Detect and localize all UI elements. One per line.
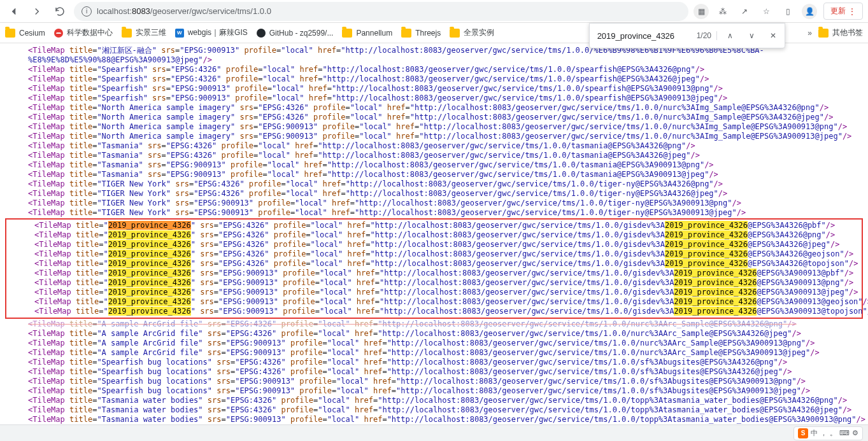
xml-line: <TileMap title="Spearfish bug locations"… [0, 386, 868, 396]
ime-panel[interactable]: S 中，。⌨⚙ [793, 426, 863, 440]
other-bookmarks[interactable]: 其他书签 [818, 27, 863, 38]
xml-line: <TileMap title="Spearfish bug locations"… [0, 358, 868, 367]
xml-line-highlighted: <TileMap title="2019_province_4326" srs=… [6, 221, 862, 230]
bookmarks-overflow[interactable]: » [808, 29, 812, 38]
xml-line: <TileMap title="Spearfish bug locations"… [0, 367, 868, 377]
find-count: 1/20 [697, 31, 717, 40]
find-input[interactable] [597, 31, 693, 41]
xml-line: <TileMap title="Spearfish" srs="EPSG:432… [0, 65, 868, 74]
xml-line: <TileMap title="TIGER New York" srs="EPS… [0, 199, 868, 208]
status-bar: S 中，。⌨⚙ [0, 424, 868, 439]
xml-line: <TileMap title="North America sample ima… [0, 103, 868, 113]
xml-line: <TileMap title="Tasmania" srs="EPSG:4326… [0, 151, 868, 160]
highlighted-block: <TileMap title="2019_province_4326" srs=… [5, 218, 863, 319]
translate-icon[interactable]: ⁂ [715, 4, 730, 19]
xml-line: <TileMap title="湘江新区-融合" srs="EPSG:90091… [0, 46, 868, 65]
xml-line: <TileMap title="A sample ArcGrid file" s… [0, 348, 868, 358]
xml-line: <TileMap title="Tasmania" srs="EPSG:4326… [0, 141, 868, 151]
xml-line: <TileMap title="TIGER New York" srs="EPS… [0, 179, 868, 189]
xml-line: <TileMap title="Tasmania water bodies" s… [0, 396, 868, 405]
xml-line: <TileMap title="North America sample ima… [0, 122, 868, 132]
xml-line-highlighted: <TileMap title="2019_province_4326" srs=… [6, 240, 862, 249]
find-prev-button[interactable]: ∧ [721, 27, 739, 45]
xml-line: <TileMap title="Tasmania" srs="EPSG:9009… [0, 160, 868, 170]
xml-line-highlighted: <TileMap title="2019_province_4326" srs=… [6, 307, 862, 316]
xml-line-highlighted: <TileMap title="2019_province_4326" srs=… [6, 249, 862, 259]
xml-content: <TileMap title="湘江新区-融合" srs="EPSG:90091… [0, 43, 868, 439]
xml-line: <TileMap title="A sample ArcGrid file" s… [0, 329, 868, 339]
panel-icon[interactable]: ▯ [780, 4, 795, 19]
xml-line: <TileMap title="Spearfish" srs="EPSG:432… [0, 74, 868, 84]
find-next-button[interactable]: ∨ [743, 27, 760, 45]
qr-icon[interactable]: ▦ [694, 4, 709, 19]
address-bar[interactable]: i localhost:8083/geoserver/gwc/service/t… [74, 2, 688, 21]
bookmark-item[interactable]: Wwebgis｜麻辣GIS [175, 27, 248, 38]
bookmark-item[interactable]: 全景实例 [450, 27, 494, 38]
forward-button[interactable] [28, 3, 46, 20]
bookmark-item[interactable]: Cesium [5, 29, 45, 38]
bookmarks-bar: Cesium科学数据中心实景三维Wwebgis｜麻辣GISGitHub - zq… [0, 23, 868, 43]
url-text: localhost:8083/geoserver/gwc/service/tms… [97, 6, 271, 16]
reload-button[interactable] [51, 3, 69, 20]
xml-line: <TileMap title="TIGER New York" srs="EPS… [0, 189, 868, 199]
profile-icon[interactable]: 👤 [802, 4, 817, 19]
browser-toolbar: i localhost:8083/geoserver/gwc/service/t… [0, 0, 868, 23]
update-button[interactable]: 更新⋮ [823, 3, 863, 20]
xml-line: <TileMap title="Tasmania" srs="EPSG:9009… [0, 170, 868, 179]
share-icon[interactable]: ↗ [737, 4, 752, 19]
xml-line: <TileMap title="A sample ArcGrid file" s… [0, 339, 868, 348]
bookmark-item[interactable]: Threejs [401, 29, 441, 38]
xml-line-highlighted: <TileMap title="2019_province_4326" srs=… [6, 269, 862, 278]
xml-line: <TileMap title="TIGER New York" srs="EPS… [0, 208, 868, 218]
xml-line-highlighted: <TileMap title="2019_province_4326" srs=… [6, 288, 862, 297]
xml-line-highlighted: <TileMap title="2019_province_4326" srs=… [6, 230, 862, 240]
xml-line: <TileMap title="A sample ArcGrid file" s… [0, 319, 868, 329]
bookmark-item[interactable]: 实景三维 [122, 27, 166, 38]
bookmark-item[interactable]: 科学数据中心 [54, 27, 113, 38]
find-in-page-bar: 1/20 ∧ ∨ ✕ [589, 23, 785, 48]
xml-line: <TileMap title="Spearfish" srs="EPSG:900… [0, 84, 868, 94]
back-button[interactable] [5, 3, 23, 20]
xml-line-highlighted: <TileMap title="2019_province_4326" srs=… [6, 259, 862, 269]
xml-line: <TileMap title="Spearfish bug locations"… [0, 377, 868, 386]
xml-line: <TileMap title="North America sample ima… [0, 132, 868, 141]
bookmark-item[interactable]: Pannellum [342, 29, 392, 38]
xml-line-highlighted: <TileMap title="2019_province_4326" srs=… [6, 278, 862, 288]
xml-line: <TileMap title="Tasmania water bodies" s… [0, 405, 868, 415]
sogou-icon: S [798, 428, 808, 438]
bookmark-item[interactable]: GitHub - zq2599/... [257, 29, 334, 38]
xml-line: <TileMap title="Tasmania water bodies" s… [0, 415, 868, 424]
xml-line-highlighted: <TileMap title="2019_province_4326" srs=… [6, 297, 862, 307]
star-icon[interactable]: ☆ [758, 4, 774, 19]
xml-line: <TileMap title="Spearfish" srs="EPSG:900… [0, 94, 868, 103]
site-info-icon[interactable]: i [82, 6, 92, 17]
find-close-button[interactable]: ✕ [764, 27, 782, 45]
xml-line: <TileMap title="North America sample ima… [0, 113, 868, 122]
